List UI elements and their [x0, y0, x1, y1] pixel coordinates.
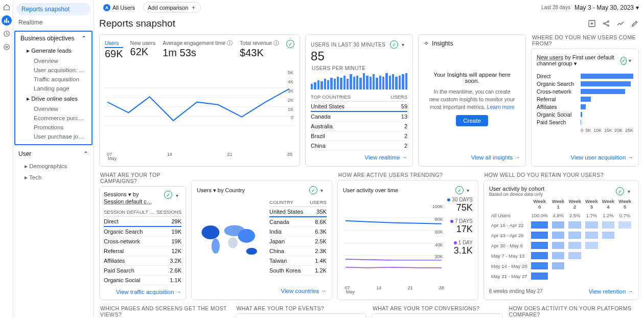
bar-row: Organic Social [537, 110, 633, 118]
card-menu-button[interactable] [398, 40, 407, 49]
chevron-up-icon: ⌃ [83, 150, 88, 157]
table-row[interactable]: Cross-network19K [104, 237, 181, 246]
sidebar-gl-overview[interactable]: Overview [15, 56, 91, 65]
countries-card: Users ▾ by Country COUNTRYUSERS United S… [191, 180, 332, 300]
sidebar-gl-landing[interactable]: Landing page [15, 84, 91, 93]
business-objectives-box: Business objectives ⌃ ▸ Generate leads O… [14, 31, 93, 145]
table-row[interactable]: Paid Search2.6K [104, 266, 181, 276]
stat-engagement-label[interactable]: Average engagement time ⓘ [163, 40, 233, 47]
view-retention-link[interactable]: View retention → [589, 288, 633, 294]
legend-item: 30 DAYS75K [447, 197, 473, 213]
sparkle-icon: ✧ [424, 40, 429, 47]
table-row[interactable]: India6.3K [269, 227, 327, 237]
sidebar-gl-traffic-acq[interactable]: Traffic acquisition [15, 75, 91, 84]
svg-point-18 [238, 229, 255, 243]
page-title-row: Reports snapshot [94, 15, 644, 34]
card-menu-button[interactable] [464, 186, 473, 195]
stat-users-label[interactable]: Users [105, 40, 123, 48]
table-row[interactable]: China2 [311, 141, 407, 151]
add-comparison-button[interactable]: Add comparison ＋ [143, 2, 201, 13]
topbar: AAll Users Add comparison ＋ Last 28 days… [94, 0, 644, 15]
view-realtime-link[interactable]: View realtime [365, 154, 408, 161]
reports-icon[interactable] [2, 15, 12, 26]
svg-point-5 [4, 44, 9, 50]
svg-rect-1 [6, 18, 7, 22]
table-row[interactable]: Affiliates3.2K [104, 256, 181, 266]
sidebar-generate-leads[interactable]: ▸ Generate leads [15, 45, 91, 56]
world-map [197, 198, 265, 284]
svg-point-8 [608, 21, 609, 22]
sidebar-drive-online-sales[interactable]: ▸ Drive online sales [15, 93, 91, 104]
table-row[interactable]: United States59 [311, 102, 407, 112]
home-icon[interactable] [2, 2, 12, 12]
legend-item: 7 DAYS17K [447, 218, 473, 235]
share-icon[interactable] [602, 19, 610, 28]
sidebar-reports-snapshot[interactable]: Reports snapshot [16, 3, 90, 15]
learn-more-link[interactable]: Learn more [487, 104, 515, 110]
conversions-card: Conversions by Event name Include Is… [372, 313, 503, 318]
svg-point-15 [201, 225, 219, 239]
bar-row: Organic Search [537, 80, 633, 87]
insights-card: ✧ Insights Your Insights will appear her… [418, 34, 526, 167]
card-menu-button[interactable] [317, 186, 327, 195]
sidebar-gl-user-acq[interactable]: User acquisition: First user … [15, 65, 91, 75]
sidebar-dos-journey[interactable]: User purchase journey [15, 132, 91, 141]
campaigns-card: Sessions ▾ bySession default c… SESSION … [99, 186, 186, 300]
chevron-up-icon: ⌃ [81, 35, 86, 42]
card-menu-button[interactable] [627, 56, 633, 65]
table-row[interactable]: China2.3K [269, 246, 327, 256]
table-row[interactable]: Japan2.5K [269, 237, 327, 246]
customize-icon[interactable] [588, 19, 596, 28]
table-row[interactable]: Referral12K [104, 246, 181, 256]
stat-newusers-label[interactable]: New users [130, 40, 156, 46]
sidebar-user[interactable]: User ⌃ [13, 147, 94, 161]
table-row[interactable]: Taiwan1.4K [269, 256, 327, 266]
view-traffic-acquisition-link[interactable]: View traffic acquisition [116, 289, 181, 295]
bar-row: Paid Search [537, 118, 633, 126]
users-per-minute-chart [311, 73, 407, 89]
sidebar-business-objectives[interactable]: Business objectives ⌃ [15, 32, 91, 45]
overview-line-chart: 5K 4K 3K 2K 1K 0 [105, 64, 294, 151]
events-card: Event count by Event name [236, 313, 367, 318]
svg-rect-2 [8, 21, 9, 23]
create-button[interactable]: Create [456, 115, 488, 126]
card-menu-button[interactable] [624, 187, 633, 196]
date-range-picker[interactable]: Last 28 days May 3 - May 30, 2023 ▾ [541, 4, 639, 11]
view-all-insights-link[interactable]: View all insights [471, 154, 520, 161]
table-row[interactable]: South Korea1.2K [269, 266, 327, 276]
check-icon [616, 187, 624, 195]
check-icon [390, 40, 398, 49]
overview-card: Users69K New users62K Average engagement… [99, 34, 300, 167]
table-row[interactable]: Canada13 [311, 112, 407, 122]
bar-row: Direct [537, 72, 633, 80]
stat-revenue-label[interactable]: Total revenue ⓘ [240, 40, 279, 47]
sidebar-tech[interactable]: ▸ Tech [13, 172, 94, 183]
table-row[interactable]: Direct29K [104, 217, 181, 227]
icon-rail [0, 0, 13, 318]
view-user-acquisition-link[interactable]: View user acquisition [570, 154, 633, 161]
sidebar-dos-overview[interactable]: Overview [15, 104, 91, 113]
card-menu-button[interactable] [172, 191, 181, 200]
sidebar-dos-ecom[interactable]: Ecommerce purchases [15, 113, 91, 123]
all-users-segment[interactable]: AAll Users [99, 3, 139, 12]
table-row[interactable]: Australia2 [311, 122, 407, 131]
main-area: AAll Users Add comparison ＋ Last 28 days… [94, 0, 644, 318]
sidebar-dos-promotions[interactable]: Promotions [15, 123, 91, 132]
table-row[interactable]: Organic Social1.1K [104, 276, 181, 285]
cohort-card: User activity by cohort Based on device … [484, 180, 639, 300]
table-row[interactable]: United States35K [269, 207, 327, 217]
explore-icon[interactable] [2, 29, 12, 39]
table-row[interactable]: Canada8.6K [269, 217, 327, 227]
table-row[interactable]: Brazil2 [311, 131, 407, 141]
view-countries-link[interactable]: View countries [281, 288, 327, 294]
table-row[interactable]: Organic Search19K [104, 227, 181, 237]
sidebar-demographics[interactable]: ▸ Demographics [13, 161, 94, 172]
acquisition-card: New users by First user default channel … [531, 49, 639, 167]
edit-icon[interactable] [631, 19, 639, 28]
check-icon [620, 57, 627, 65]
trend-icon[interactable] [616, 19, 625, 28]
check-icon [309, 186, 317, 194]
sidebar-realtime[interactable]: Realtime [13, 16, 94, 29]
user-trend-card: User activity over time 100K 80K [337, 180, 478, 300]
advertising-icon[interactable] [2, 42, 12, 52]
